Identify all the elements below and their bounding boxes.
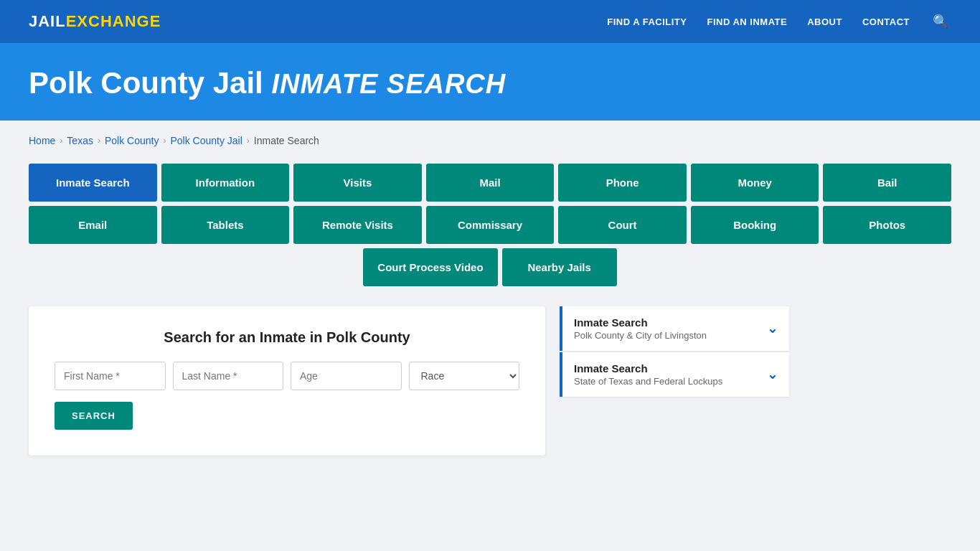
hero-banner: Polk County Jail INMATE SEARCH	[0, 43, 980, 121]
form-row-inputs: Race White Black Hispanic Asian Other	[55, 362, 519, 390]
page-title: Polk County Jail INMATE SEARCH	[29, 66, 951, 100]
sidebar-card-texas[interactable]: Inmate Search State of Texas and Federal…	[560, 352, 789, 397]
sidebar-card-polk[interactable]: Inmate Search Polk County & City of Livi…	[560, 306, 789, 351]
nav-row-3: Court Process Video Nearby Jails	[29, 248, 951, 286]
nav-btn-court[interactable]: Court	[558, 206, 687, 244]
nav-contact[interactable]: CONTACT	[862, 17, 910, 27]
last-name-input[interactable]	[173, 362, 284, 390]
header: JAIL EXCHANGE FIND A FACILITY FIND AN IN…	[0, 0, 980, 43]
breadcrumb-current: Inmate Search	[254, 135, 319, 146]
nav-btn-photos[interactable]: Photos	[823, 206, 951, 244]
nav-btn-tablets[interactable]: Tablets	[161, 206, 290, 244]
breadcrumb-polk-county-jail[interactable]: Polk County Jail	[170, 135, 242, 146]
header-search-button[interactable]: 🔍	[930, 11, 951, 32]
nav-row-2: Email Tablets Remote Visits Commissary C…	[29, 206, 951, 244]
nav-btn-phone[interactable]: Phone	[558, 164, 687, 202]
nav-find-facility[interactable]: FIND A FACILITY	[607, 17, 687, 27]
nav-btn-court-process-video[interactable]: Court Process Video	[363, 248, 497, 286]
first-name-input[interactable]	[55, 362, 166, 390]
search-button[interactable]: SEARCH	[55, 402, 133, 430]
breadcrumb-sep-3: ›	[163, 136, 166, 146]
nav-btn-mail[interactable]: Mail	[426, 164, 555, 202]
breadcrumb-polk-county[interactable]: Polk County	[105, 135, 159, 146]
nav-btn-information[interactable]: Information	[161, 164, 290, 202]
race-select[interactable]: Race White Black Hispanic Asian Other	[409, 362, 520, 390]
sidebar-card-texas-subtitle: State of Texas and Federal Lockups	[574, 376, 722, 387]
breadcrumb-texas[interactable]: Texas	[67, 135, 93, 146]
nav-btn-bail[interactable]: Bail	[823, 164, 951, 202]
main-content: Home › Texas › Polk County › Polk County…	[0, 121, 980, 484]
nav-row-1: Inmate Search Information Visits Mail Ph…	[29, 164, 951, 202]
search-form-title: Search for an Inmate in Polk County	[55, 329, 519, 346]
sidebar-card-polk-text: Inmate Search Polk County & City of Livi…	[574, 316, 707, 341]
sidebar-card-texas-title: Inmate Search	[574, 362, 722, 375]
sidebar-card-polk-title: Inmate Search	[574, 316, 707, 329]
sidebar: Inmate Search Polk County & City of Livi…	[560, 306, 789, 397]
nav-btn-nearby-jails[interactable]: Nearby Jails	[502, 248, 617, 286]
chevron-down-icon: ⌄	[767, 321, 778, 336]
nav-find-inmate[interactable]: FIND AN INMATE	[707, 17, 787, 27]
lower-content: Search for an Inmate in Polk County Race…	[29, 306, 951, 456]
nav-btn-remote-visits[interactable]: Remote Visits	[293, 206, 422, 244]
logo[interactable]: JAIL EXCHANGE	[29, 12, 161, 31]
age-input[interactable]	[291, 362, 402, 390]
nav-about[interactable]: ABOUT	[807, 17, 842, 27]
breadcrumb-sep-4: ›	[247, 136, 250, 146]
nav-btn-commissary[interactable]: Commissary	[426, 206, 555, 244]
breadcrumb-home[interactable]: Home	[29, 135, 55, 146]
nav-btn-booking[interactable]: Booking	[691, 206, 819, 244]
chevron-down-icon-2: ⌄	[767, 367, 778, 382]
search-form-card: Search for an Inmate in Polk County Race…	[29, 306, 545, 456]
breadcrumb-sep-1: ›	[60, 136, 62, 146]
header-nav: FIND A FACILITY FIND AN INMATE ABOUT CON…	[607, 11, 951, 32]
nav-btn-email[interactable]: Email	[29, 206, 157, 244]
logo-exchange: EXCHANGE	[66, 12, 161, 31]
sidebar-card-texas-text: Inmate Search State of Texas and Federal…	[574, 362, 722, 387]
sidebar-card-polk-subtitle: Polk County & City of Livingston	[574, 330, 707, 341]
breadcrumb-sep-2: ›	[98, 136, 100, 146]
logo-jail: JAIL	[29, 12, 66, 31]
nav-btn-visits[interactable]: Visits	[293, 164, 422, 202]
nav-buttons: Inmate Search Information Visits Mail Ph…	[29, 164, 951, 286]
breadcrumb: Home › Texas › Polk County › Polk County…	[29, 135, 951, 146]
nav-btn-money[interactable]: Money	[691, 164, 819, 202]
nav-btn-inmate-search[interactable]: Inmate Search	[29, 164, 157, 202]
